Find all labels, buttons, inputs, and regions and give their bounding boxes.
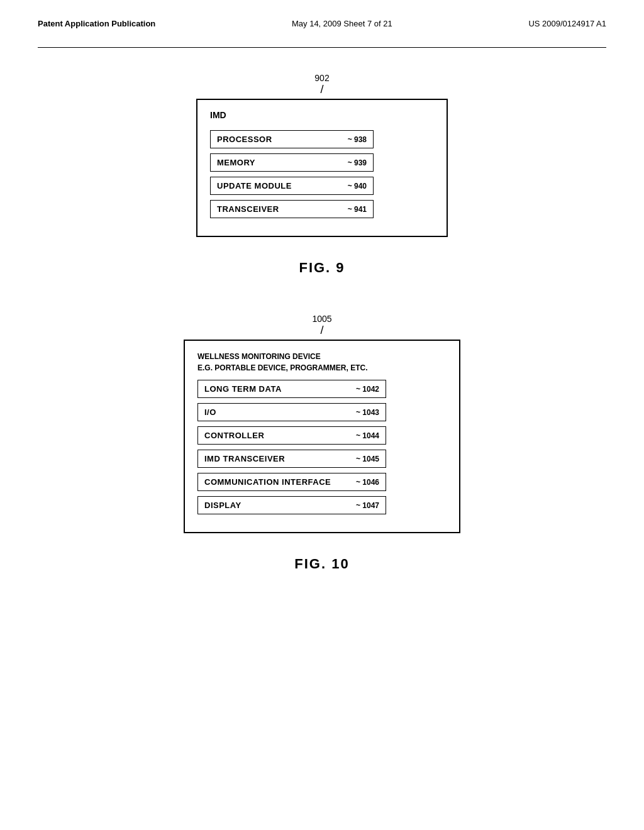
- fig9-item: PROCESSOR ~ 938: [210, 130, 374, 148]
- fig10-item-label: I/O: [204, 407, 216, 417]
- fig9-item-label: MEMORY: [217, 158, 255, 167]
- fig10-item-ref: ~ 1043: [356, 408, 379, 417]
- fig10-diagram: 1005 / WELLNESS MONITORING DEVICE E.G. P…: [184, 314, 460, 533]
- fig10-outer-title: WELLNESS MONITORING DEVICE E.G. PORTABLE…: [197, 351, 447, 374]
- fig10-item: LONG TERM DATA ~ 1042: [197, 380, 386, 398]
- fig9-outer-box: IMD PROCESSOR ~ 938 MEMORY ~ 939 UPDATE …: [196, 99, 448, 237]
- fig9-item: MEMORY ~ 939: [210, 153, 374, 172]
- header-patent-number: US 2009/0124917 A1: [528, 19, 606, 28]
- fig9-item-label: PROCESSOR: [217, 135, 272, 144]
- fig9-item-ref: ~ 940: [348, 182, 367, 191]
- header-publication: Patent Application Publication: [38, 19, 155, 28]
- fig10-items-list: LONG TERM DATA ~ 1042 I/O ~ 1043 CONTROL…: [197, 380, 447, 514]
- fig10-item-label: LONG TERM DATA: [204, 384, 282, 394]
- fig9-items-list: PROCESSOR ~ 938 MEMORY ~ 939 UPDATE MODU…: [210, 130, 434, 218]
- fig9-ref-number: 902: [196, 73, 448, 83]
- fig9-item-label: UPDATE MODULE: [217, 181, 292, 191]
- fig10-item: I/O ~ 1043: [197, 403, 386, 421]
- fig10-item-ref: ~ 1046: [356, 478, 379, 487]
- fig10-item: DISPLAY ~ 1047: [197, 496, 386, 514]
- fig10-item-ref: ~ 1045: [356, 455, 379, 463]
- fig9-item-label: TRANSCEIVER: [217, 204, 279, 214]
- page-header: Patent Application Publication May 14, 2…: [38, 13, 606, 48]
- fig9-diagram: 902 / IMD PROCESSOR ~ 938 MEMORY ~ 939 U…: [196, 73, 448, 237]
- fig10-item-ref: ~ 1047: [356, 501, 379, 510]
- fig9-item: UPDATE MODULE ~ 940: [210, 177, 374, 195]
- fig10-caption: FIG. 10: [294, 556, 349, 572]
- fig10-item-label: IMD TRANSCEIVER: [204, 454, 285, 463]
- figure-9-section: 902 / IMD PROCESSOR ~ 938 MEMORY ~ 939 U…: [38, 73, 606, 276]
- fig10-item-ref: ~ 1042: [356, 385, 379, 394]
- fig10-item-label: CONTROLLER: [204, 431, 264, 440]
- fig9-item-ref: ~ 941: [348, 205, 367, 214]
- fig10-item: CONTROLLER ~ 1044: [197, 426, 386, 445]
- fig10-outer-box: WELLNESS MONITORING DEVICE E.G. PORTABLE…: [184, 340, 460, 533]
- fig10-ref-number: 1005: [184, 314, 460, 324]
- fig9-curved-arrow: /: [196, 83, 448, 96]
- header-date-sheet: May 14, 2009 Sheet 7 of 21: [292, 19, 392, 28]
- fig9-item: TRANSCEIVER ~ 941: [210, 200, 374, 218]
- fig10-item-ref: ~ 1044: [356, 431, 379, 440]
- fig10-item-label: DISPLAY: [204, 501, 242, 510]
- fig9-item-ref: ~ 938: [348, 135, 367, 144]
- fig9-caption: FIG. 9: [299, 260, 345, 276]
- figure-10-section: 1005 / WELLNESS MONITORING DEVICE E.G. P…: [38, 314, 606, 572]
- fig10-item: COMMUNICATION INTERFACE ~ 1046: [197, 473, 386, 491]
- fig10-item: IMD TRANSCEIVER ~ 1045: [197, 450, 386, 468]
- fig9-outer-title: IMD: [210, 110, 434, 123]
- fig9-item-ref: ~ 939: [348, 158, 367, 167]
- fig10-curved-arrow: /: [184, 324, 460, 337]
- fig10-item-label: COMMUNICATION INTERFACE: [204, 477, 331, 487]
